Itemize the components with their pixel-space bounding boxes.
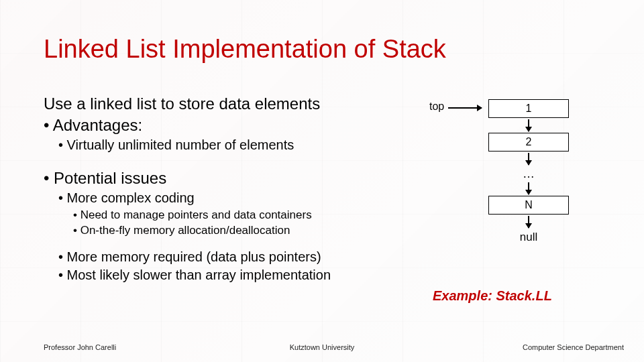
bullet-issues: • Potential issues [44,168,392,188]
null-label: null [520,231,537,244]
footer-right: Computer Science Department [523,343,624,351]
bullet-advantages: • Advantages: [44,115,392,135]
body-line: Use a linked list to store data elements [44,94,392,114]
arrow-down-icon [528,153,529,165]
slide-body: Use a linked list to store data elements… [44,94,392,285]
node-1: 1 [488,99,569,118]
ellipsis: … [523,166,535,181]
arrow-down-icon [528,216,529,228]
top-label: top [429,101,444,113]
bullet-issue-3: • Most likely slower than array implemen… [58,267,392,284]
bullet-adv-1: • Virtually unlimited number of elements [58,137,392,154]
slide-title: Linked List Implementation of Stack [44,35,446,64]
node-column: 1 2 … N null [488,99,569,244]
node-n: N [488,196,569,215]
bullet-issue-2: • More memory required (data plus pointe… [58,249,392,265]
bullet-issue-1: • More complex coding [58,190,392,206]
arrow-down-icon [528,119,529,131]
bullet-issue-1b: • On-the-fly memory allocation/deallocat… [73,223,392,237]
node-2: 2 [488,133,569,152]
bullet-issue-1a: • Need to manage pointers and data conta… [73,208,392,222]
slide: Linked List Implementation of Stack Use … [0,0,644,362]
footer: Professor John Carelli Kutztown Universi… [0,343,644,357]
example-label: Example: Stack.LL [433,288,552,304]
arrow-down-icon [528,182,529,194]
arrow-right-icon [448,107,482,109]
